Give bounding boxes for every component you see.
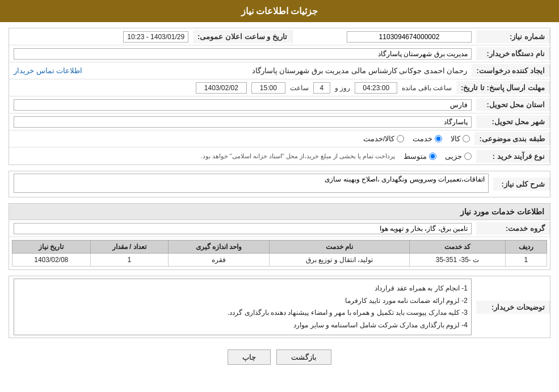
col-radif: ردیف [505,241,547,254]
tozihat-label: توضیحات خریدار: [476,301,550,314]
noe-faraind-row: نوع فرآیند خرید : جزیی متوسط [9,147,550,165]
date-value: 1403/02/02 [196,82,247,94]
tabaghe-row: طبقه بندی موضوعی: کالا خدمت [9,130,550,147]
tabaghe-label: طبقه بندی موضوعی: [474,132,550,145]
noe-jozii-option: جزیی [445,152,472,161]
nam-dastgah-input[interactable] [14,48,472,60]
shahr-label: شهر محل تحویل: [476,115,550,128]
tabaghe-kalakhedmat-radio[interactable] [397,135,404,142]
shomare-niaz-input[interactable] [347,31,472,43]
noe-jozii-label: جزیی [445,152,462,161]
tabaghe-value: کالا خدمت کالا/خدمت [9,132,474,145]
tarikh-label: تاریخ و ساعت اعلان عمومی: [193,30,292,43]
sharh-kolli-value: اتفاقات،تعمیرات وسرویس ونگهداری ،اصلاح و… [9,171,493,197]
print-button[interactable]: چاپ [228,349,271,365]
tabaghe-kalakhedmat-option: کالا/خدمت [363,134,405,143]
cell-tarikh-niaz: 1403/02/08 [12,254,91,267]
ostan-row: استان محل تحویل: [9,96,550,113]
ostan-input[interactable] [14,99,472,111]
saat-label: ساعت [290,84,309,92]
nam-dastgah-value [9,46,476,62]
goroh-khadamat-row: گروه خدمت: [9,220,550,237]
cell-kod-khedmat: ت -35- 351-35 [410,254,505,267]
noe-faraind-value: جزیی متوسط پرداخت تمام یا بخشی از مبلغ خ… [9,150,476,163]
noe-desc: پرداخت تمام یا بخشی از مبلغ خرید،از محل … [200,153,395,160]
tozihat-line: 1- انجام کار به همراه عقد قرارداد [18,283,468,295]
nam-dastgah-label: نام دستگاه خریدار: [476,47,550,60]
khadamat-section: اطلاعات خدمات مورد نیاز گروه خدمت: ردیف … [9,203,550,270]
cell-vahed: فقره [168,254,269,267]
noe-faraind-label: نوع فرآیند خرید : [476,150,550,163]
col-nam-khedmat: نام خدمت [270,241,410,254]
ostan-label: استان محل تحویل: [476,98,550,111]
sharh-kolli-label: شرح کلی نیاز: [493,178,550,191]
rooz-label: روز و [335,84,350,92]
col-kod-khedmat: کد خدمت [410,241,505,254]
sharh-kolli-row: شرح کلی نیاز: اتفاقات،تعمیرات وسرویس ونگ… [9,171,550,197]
tozihat-line: 4- لزوم بارگذاری مدارک شرکت شامل اساسنام… [18,319,468,332]
cell-radif: 1 [505,254,547,267]
tozihat-box: 1- انجام کار به همراه عقد قرارداد2- لزوم… [14,279,472,335]
page-title: جزئیات اطلاعات نیاز [241,6,318,16]
tozihat-row: توضیحات خریدار: 1- انجام کار به همراه عق… [9,276,550,338]
tozihat-line: 3- کلیه مدارک پیوست باید تکمیل و همراه ب… [18,307,468,319]
cell-tedad: 1 [90,254,168,267]
nam-dastgah-row: نام دستگاه خریدار: [9,45,550,62]
ijad-konande-row: ایجاد کننده درخواست: رحمان احمدی جوکانی … [9,62,550,79]
tozihat-value: 1- انجام کار به همراه عقد قرارداد2- لزوم… [9,276,476,338]
noe-jozii-radio[interactable] [464,153,472,160]
table-row: 1 ت -35- 351-35 تولید، انتقال و توزیع بر… [12,254,547,267]
sharh-kolli-textarea[interactable]: اتفاقات،تعمیرات وسرویس ونگهداری ،اصلاح و… [14,174,489,193]
saat-value: 15:00 [251,82,285,94]
shomare-niaz-label: شماره نیاز: [476,30,550,43]
shomare-niaz-row: شماره نیاز: تاریخ و ساعت اعلان عمومی: 14… [9,28,550,45]
back-button[interactable]: بازگشت [276,349,331,365]
tabaghe-khedmat-label: خدمت [413,134,432,143]
mohlat-row: مهلت ارسال پاسخ: تا تاریخ: ساعت باقی مان… [9,79,550,96]
tabaghe-kala-label: کالا [451,134,460,143]
khadamat-table: ردیف کد خدمت نام خدمت واحد اندازه گیری ت… [12,240,547,267]
tozihat-line: 2- لزوم ارائه ضمانت نامه مورد تایید کارف… [18,295,468,307]
col-tarikh-niaz: تاریخ نیاز [12,241,91,254]
tarikh-box: 1403/01/29 - 10:23 [123,31,188,43]
tarikh-value: 1403/01/29 - 10:23 [9,29,193,45]
tabaghe-khedmat-option: خدمت [413,134,442,143]
tabaghe-khedmat-radio[interactable] [435,135,442,142]
col-vahed: واحد اندازه گیری [168,241,269,254]
rooz-value: 4 [313,82,330,94]
ostan-value [9,97,476,113]
mohlat-value: ساعت باقی مانده 04:23:00 روز و 4 ساعت 15… [9,80,456,96]
baghimande-label: ساعت باقی مانده [402,84,452,92]
page-wrapper: جزئیات اطلاعات نیاز شماره نیاز: تاریخ و … [0,0,559,392]
page-header: جزئیات اطلاعات نیاز [0,0,559,22]
noe-motavasset-radio[interactable] [429,153,436,160]
tabaghe-kala-radio[interactable] [463,135,470,142]
noe-motavasset-option: متوسط [404,152,436,161]
main-content: شماره نیاز: تاریخ و ساعت اعلان عمومی: 14… [0,22,559,376]
goroh-khadamat-input[interactable] [14,223,472,234]
cell-nam-khedmat: تولید، انتقال و توزیع برق [270,254,410,267]
tabaghe-kala-option: کالا [451,134,470,143]
tozihat-section: توضیحات خریدار: 1- انجام کار به همراه عق… [9,276,550,338]
ijad-konande-text: رحمان احمدی جوکانی کارشناس مالی مدیریت ب… [88,66,467,75]
main-form-section: شماره نیاز: تاریخ و ساعت اعلان عمومی: 14… [9,28,550,165]
goroh-khadamat-value [9,221,476,237]
khadamat-table-container: ردیف کد خدمت نام خدمت واحد اندازه گیری ت… [9,237,550,269]
mohlat-label: مهلت ارسال پاسخ: تا تاریخ: [456,81,550,94]
ijad-konande-label: ایجاد کننده درخواست: [472,64,550,77]
shahr-value [9,114,476,130]
goroh-khadamat-label: گروه خدمت: [476,222,550,235]
khadamat-title: اطلاعات خدمات مورد نیاز [9,204,550,220]
noe-motavasset-label: متوسط [404,152,427,161]
etelaat-tamas-link[interactable]: اطلاعات تماس خریدار [14,66,82,75]
button-row: بازگشت چاپ [9,344,550,370]
tabaghe-kalakhedmat-label: کالا/خدمت [363,134,395,143]
shahr-row: شهر محل تحویل: [9,113,550,130]
table-header-row: ردیف کد خدمت نام خدمت واحد اندازه گیری ت… [12,241,547,254]
shomare-niaz-value [292,29,476,45]
col-tedad: تعداد / مقدار [90,241,168,254]
baghimande-value: 04:23:00 [355,82,397,94]
shahr-input[interactable] [14,116,472,128]
ijad-konande-value: رحمان احمدی جوکانی کارشناس مالی مدیریت ب… [9,64,472,77]
sharh-kolli-section: شرح کلی نیاز: اتفاقات،تعمیرات وسرویس ونگ… [9,171,550,197]
